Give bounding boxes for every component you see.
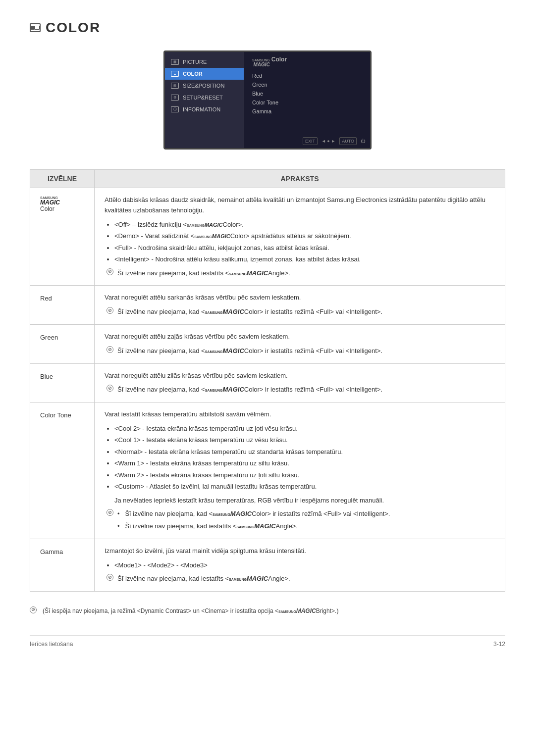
- color-tone-note1: ⊘ • Šī izvēlne nav pieejama, kad <SAMSUN…: [107, 509, 495, 532]
- monitor-menu-info: ⓘ INFORMATION: [165, 103, 244, 115]
- cell-desc-red: Varat noregulēt attēlu sarkanās krāsas v…: [95, 286, 505, 325]
- note-icon: ⊘: [107, 385, 113, 392]
- blue-desc: Varat noregulēt attēlu zilās krāsas vērt…: [105, 372, 288, 379]
- footer-note: ⊘ (Šī iespēja nav pieejama, ja režīmā <D…: [30, 606, 505, 615]
- red-desc: Varat noregulēt attēlu sarkanās krāsas v…: [105, 294, 301, 301]
- nav-controls: ◄ ● ►: [321, 139, 335, 144]
- cell-label-red: Red: [30, 286, 95, 325]
- cell-desc-color-tone: Varat iestatīt krāsas temperatūru atbils…: [95, 403, 505, 539]
- bullet-item: <Off> – Izslēdz funkciju <SAMSUNGMAGICCo…: [114, 220, 495, 230]
- cell-desc-blue: Varat noregulēt attēlu zilās krāsas vērt…: [95, 363, 505, 403]
- bullet-item: <Warm 1> - Iestata ekrāna krāsas tempera…: [114, 458, 495, 468]
- note-text: Šī izvēlne nav pieejama, kad <SAMSUNGMAG…: [117, 385, 382, 395]
- table-header-menu: IZVĒLNE: [30, 170, 95, 188]
- note-icon: ⊘: [107, 574, 113, 581]
- color-section-icon: [30, 23, 41, 32]
- magic-color-note: ⊘ Šī izvēlne nav pieejama, kad iestatīts…: [107, 268, 495, 279]
- bullet-item: <Normal> - Iestata ekrāna krāsas tempera…: [114, 447, 495, 457]
- table-row-blue: Blue Varat noregulēt attēlu zilās krāsas…: [30, 363, 505, 403]
- gamma-bullets: <Mode1> - <Mode2> - <Mode3>: [114, 560, 495, 570]
- magic-color-header: SAMSUNG MAGIC Color: [252, 56, 362, 67]
- cell-label-gamma: Gamma: [30, 539, 95, 592]
- monitor-left-menu: ▦ PICTURE ● COLOR ⊞ SIZE&POSITION ⚙ SETU…: [165, 52, 244, 148]
- monitor-menu-picture: ▦ PICTURE: [165, 56, 244, 68]
- magic-color-bullets: <Off> – Izslēdz funkciju <SAMSUNGMAGICCo…: [114, 220, 495, 264]
- cell-label-color-tone: Color Tone: [30, 403, 95, 539]
- note-text: Šī izvēlne nav pieejama, kad <SAMSUNGMAG…: [117, 307, 382, 317]
- table-row-red: Red Varat noregulēt attēlu sarkanās krās…: [30, 286, 505, 325]
- gamma-note: ⊘ Šī izvēlne nav pieejama, kad iestatīts…: [107, 574, 495, 584]
- color-tone-desc: Varat iestatīt krāsas temperatūru atbils…: [105, 410, 271, 418]
- monitor-item-gamma: Gamma: [252, 107, 362, 116]
- page-footer: Ierīces lietošana 3-12: [30, 635, 505, 648]
- info-icon: ⓘ: [171, 106, 179, 112]
- bullet-item: <Demo> - Varat salīdzināt <SAMSUNGMAGICC…: [114, 231, 495, 241]
- cell-desc-gamma: Izmantojot šo izvēlni, jūs varat mainīt …: [95, 539, 505, 592]
- note-text-2: • Šī izvēlne nav pieejama, kad iestatīts…: [117, 521, 390, 532]
- note-text: Šī izvēlne nav pieejama, kad iestatīts <…: [117, 574, 290, 584]
- monitor-menu-color: ● COLOR: [165, 68, 244, 80]
- footer-note-text: (Šī iespēja nav pieejama, ja režīmā <Dyn…: [43, 606, 338, 615]
- cell-desc-magic-color: Attēlo dabiskās krāsas daudz skaidrāk, n…: [95, 188, 505, 286]
- auto-button-monitor: AUTO: [339, 137, 357, 145]
- monitor-menu-size: ⊞ SIZE&POSITION: [165, 80, 244, 92]
- monitor-menu-setup: ⚙ SETUP&RESET: [165, 92, 244, 103]
- gamma-desc: Izmantojot šo izvēlni, jūs varat mainīt …: [105, 547, 306, 554]
- monitor-display: ▦ PICTURE ● COLOR ⊞ SIZE&POSITION ⚙ SETU…: [163, 50, 372, 150]
- monitor-item-colortone: Color Tone: [252, 98, 362, 107]
- blue-note: ⊘ Šī izvēlne nav pieejama, kad <SAMSUNGM…: [107, 385, 495, 395]
- power-icon-monitor: ⏻: [361, 139, 365, 144]
- bullet-item: <Cool 2> - Iestata ekrāna krāsas tempera…: [114, 424, 495, 434]
- picture-icon: ▦: [171, 59, 179, 65]
- note-icon: ⊘: [107, 509, 113, 516]
- bullet-item: <Mode1> - <Mode2> - <Mode3>: [114, 560, 495, 570]
- cell-label-magic-color: SAMSUNG MAGIC Color: [30, 188, 95, 286]
- table-row-color-tone: Color Tone Varat iestatīt krāsas tempera…: [30, 403, 505, 539]
- setup-icon: ⚙: [171, 95, 179, 101]
- note-icon: ⊘: [107, 268, 113, 275]
- note-icon: ⊘: [107, 307, 113, 314]
- magic-color-label: SAMSUNG MAGIC Color: [40, 196, 84, 212]
- bullet-item: <Custom> - Atlasiet šo izvēlni, lai manu…: [114, 482, 495, 492]
- bullet-item: <Full> - Nodrošina skaidrāku attēlu, iek…: [114, 243, 495, 253]
- note-text-1: • Šī izvēlne nav pieejama, kad <SAMSUNGM…: [117, 509, 390, 519]
- page-header: COLOR: [30, 20, 505, 36]
- green-note: ⊘ Šī izvēlne nav pieejama, kad <SAMSUNGM…: [107, 346, 495, 356]
- cell-desc-green: Varat noregulēt attēlu zaļās krāsas vērt…: [95, 324, 505, 363]
- table-header-desc: APRAKSTS: [95, 170, 505, 188]
- monitor-item-red: Red: [252, 71, 362, 80]
- magic-color-desc: Attēlo dabiskās krāsas daudz skaidrāk, n…: [105, 196, 485, 214]
- red-note: ⊘ Šī izvēlne nav pieejama, kad <SAMSUNGM…: [107, 307, 495, 317]
- cell-label-blue: Blue: [30, 363, 95, 403]
- main-content-table: IZVĒLNE APRAKSTS SAMSUNG MAGIC Color Att…: [30, 169, 505, 592]
- note-icon: ⊘: [107, 346, 113, 353]
- footer-right-text: 3-12: [493, 641, 505, 648]
- table-row-gamma: Gamma Izmantojot šo izvēlni, jūs varat m…: [30, 539, 505, 592]
- green-desc: Varat noregulēt attēlu zaļās krāsas vērt…: [105, 333, 290, 340]
- monitor-controls: EXIT ◄ ● ► AUTO ⏻: [303, 137, 365, 145]
- cell-label-green: Green: [30, 324, 95, 363]
- size-icon: ⊞: [171, 83, 179, 89]
- footer-left-text: Ierīces lietošana: [30, 641, 73, 648]
- bullet-item: <Intelligent> - Nodrošina attēlu krāsu s…: [114, 254, 495, 264]
- monitor-right-menu: SAMSUNG MAGIC Color Red Green Blue Color…: [244, 52, 370, 148]
- monitor-item-green: Green: [252, 80, 362, 89]
- note-text: Šī izvēlne nav pieejama, kad iestatīts <…: [117, 268, 290, 279]
- monitor-item-blue: Blue: [252, 89, 362, 98]
- monitor-screenshot: ▦ PICTURE ● COLOR ⊞ SIZE&POSITION ⚙ SETU…: [30, 50, 505, 150]
- table-row-green: Green Varat noregulēt attēlu zaļās krāsa…: [30, 324, 505, 363]
- color-icon: ●: [171, 71, 179, 77]
- page-title: COLOR: [46, 20, 101, 36]
- bullet-item: <Cool 1> - Iestata ekrāna krāsas tempera…: [114, 435, 495, 445]
- exit-button-monitor: EXIT: [303, 137, 318, 145]
- footer-note-icon: ⊘: [30, 606, 37, 613]
- monitor-right-items: Red Green Blue Color Tone Gamma: [252, 71, 362, 116]
- color-tone-bullets: <Cool 2> - Iestata ekrāna krāsas tempera…: [114, 424, 495, 492]
- bullet-item: <Warm 2> - Iestata ekrāna krāsas tempera…: [114, 470, 495, 480]
- table-row-magic-color: SAMSUNG MAGIC Color Attēlo dabiskās krās…: [30, 188, 505, 286]
- color-tone-custom-note: Ja nevēlaties iepriekš iestatīt krāsu te…: [114, 496, 495, 505]
- note-text: Šī izvēlne nav pieejama, kad <SAMSUNGMAG…: [117, 346, 382, 356]
